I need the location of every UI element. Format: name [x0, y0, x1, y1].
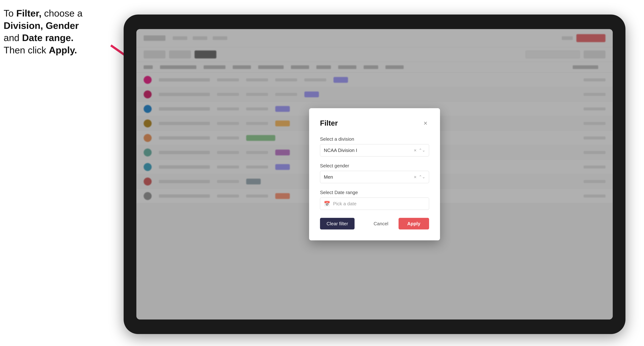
date-input[interactable]: 📅 Pick a date	[320, 197, 429, 210]
instruction-text: To Filter, choose a Division, Gender and…	[4, 7, 109, 56]
division-label: Select a division	[320, 136, 429, 142]
modal-overlay: Filter × Select a division NCAA Division…	[136, 29, 613, 320]
instruction-line1: To Filter, choose a	[4, 8, 82, 18]
gender-arrow-icon: ⌃⌄	[419, 175, 425, 179]
division-select-controls: × ⌃⌄	[414, 148, 425, 153]
division-select[interactable]: NCAA Division I × ⌃⌄	[320, 144, 429, 157]
instruction-line3: and Date range.	[4, 32, 74, 43]
close-icon[interactable]: ×	[422, 120, 429, 127]
date-form-group: Select Date range 📅 Pick a date	[320, 190, 429, 210]
division-clear-icon[interactable]: ×	[414, 148, 416, 153]
tablet-frame: Filter × Select a division NCAA Division…	[124, 14, 626, 334]
division-value: NCAA Division I	[324, 148, 357, 153]
apply-button[interactable]: Apply	[398, 218, 429, 229]
tablet-screen: Filter × Select a division NCAA Division…	[136, 29, 613, 320]
date-placeholder: Pick a date	[333, 201, 356, 207]
instruction-bold2: Division, Gender	[4, 20, 79, 31]
date-label: Select Date range	[320, 190, 429, 195]
clear-filter-button[interactable]: Clear filter	[320, 218, 354, 229]
gender-form-group: Select gender Men × ⌃⌄	[320, 163, 429, 183]
instruction-line4: Then click Apply.	[4, 45, 77, 55]
footer-right: Cancel Apply	[367, 218, 429, 229]
filter-modal: Filter × Select a division NCAA Division…	[309, 108, 440, 240]
division-arrow-icon: ⌃⌄	[419, 148, 425, 153]
gender-select-controls: × ⌃⌄	[414, 174, 425, 180]
modal-header: Filter ×	[320, 119, 429, 127]
gender-value: Men	[324, 174, 333, 180]
gender-label: Select gender	[320, 163, 429, 169]
calendar-icon: 📅	[324, 201, 330, 207]
gender-select[interactable]: Men × ⌃⌄	[320, 171, 429, 183]
modal-title: Filter	[320, 119, 338, 127]
gender-clear-icon[interactable]: ×	[414, 174, 416, 180]
cancel-button[interactable]: Cancel	[367, 218, 395, 229]
division-form-group: Select a division NCAA Division I × ⌃⌄	[320, 136, 429, 157]
modal-footer: Clear filter Cancel Apply	[320, 218, 429, 229]
